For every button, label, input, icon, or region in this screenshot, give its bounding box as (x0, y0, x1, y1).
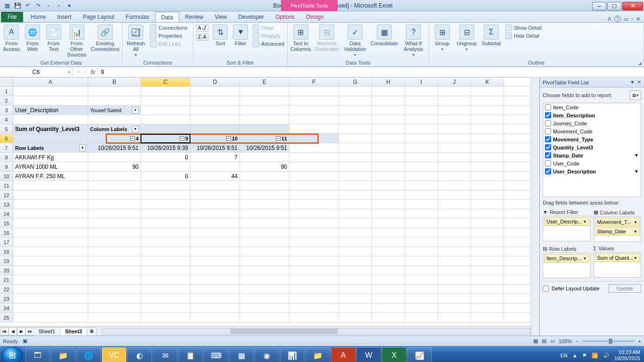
cell[interactable] (289, 294, 339, 303)
close-pane-icon[interactable]: ✕ (637, 79, 641, 85)
cell[interactable] (141, 313, 190, 322)
cell[interactable] (405, 294, 438, 303)
pivot-value[interactable]: 0 (141, 172, 190, 181)
field-checkbox[interactable] (545, 168, 551, 174)
cell[interactable] (190, 190, 240, 199)
cell[interactable] (190, 200, 240, 209)
view-normal-icon[interactable]: ▦ (533, 338, 538, 344)
macro-record-icon[interactable]: ▣ (23, 338, 27, 344)
cell[interactable] (471, 96, 504, 105)
taskbar-item[interactable]: 🗔 (25, 347, 50, 362)
pivot-col-date[interactable]: 10/26/2015 9:51 (88, 143, 141, 152)
start-button[interactable]: ⊞ (2, 347, 23, 362)
from-text-button[interactable]: 📄From Text (45, 25, 62, 52)
view-page-layout-icon[interactable]: ▤ (542, 338, 546, 344)
field-filter-icon[interactable]: ▼ (634, 153, 639, 158)
field-item[interactable]: Quantity_Level3 (543, 143, 641, 151)
taskbar-item[interactable]: 📋 (178, 347, 203, 362)
cell[interactable] (240, 285, 289, 294)
cell[interactable] (13, 256, 88, 265)
first-sheet-button[interactable]: ⏮ (0, 327, 8, 336)
cell[interactable] (240, 181, 289, 190)
cell[interactable] (405, 247, 438, 256)
cell[interactable] (13, 87, 88, 96)
minimize-ribbon-icon[interactable]: ᐱ (608, 16, 611, 22)
pivot-col-date[interactable]: 10/26/2015 9:51 (240, 143, 289, 152)
cell[interactable] (372, 285, 405, 294)
taskbar-item[interactable]: 📁 (305, 347, 330, 362)
cell[interactable] (240, 294, 289, 303)
cell[interactable] (339, 106, 372, 115)
cell[interactable] (438, 209, 471, 218)
cell[interactable] (339, 87, 372, 96)
cell[interactable] (88, 219, 141, 228)
zoom-level[interactable]: 100% (559, 338, 572, 344)
filter-button[interactable]: ▼Filter (232, 25, 249, 46)
cell[interactable] (438, 266, 471, 275)
cell[interactable] (289, 87, 339, 96)
remove-duplicates-button[interactable]: ⊟Remove Duplicates (314, 25, 339, 52)
pivot-value[interactable] (88, 172, 141, 181)
cell[interactable] (289, 228, 339, 237)
taskbar-item[interactable]: ▦ (229, 347, 254, 362)
zoom-thumb[interactable] (609, 338, 612, 344)
row-header[interactable]: 17 (0, 238, 13, 247)
select-all-corner[interactable] (0, 78, 13, 86)
cell[interactable] (88, 96, 141, 105)
pivot-col-group[interactable]: −11 (240, 134, 289, 143)
connections-link[interactable]: Connections (150, 25, 187, 31)
area-field-item[interactable]: Movement_T...▼ (595, 218, 640, 226)
cell[interactable] (405, 153, 438, 162)
pivot-value[interactable] (88, 153, 141, 162)
update-button[interactable]: Update (609, 284, 641, 293)
cell[interactable] (372, 96, 405, 105)
tab-view[interactable]: View (209, 12, 233, 22)
cell[interactable] (471, 285, 504, 294)
qat-dropdown-icon[interactable]: ▾ (65, 1, 74, 10)
cell[interactable] (339, 190, 372, 199)
cell[interactable] (372, 200, 405, 209)
col-header[interactable]: G (339, 78, 372, 86)
row-header[interactable]: 10 (0, 172, 13, 181)
row-header[interactable]: 21 (0, 275, 13, 284)
col-header[interactable]: D (190, 78, 240, 86)
field-checkbox[interactable] (545, 160, 551, 166)
cell[interactable] (190, 115, 240, 124)
cell[interactable] (339, 219, 372, 228)
field-checkbox[interactable] (545, 112, 551, 118)
zoom-out-button[interactable]: − (576, 338, 578, 344)
col-header[interactable]: A (13, 78, 88, 86)
cell[interactable] (438, 87, 471, 96)
pivot-col-date[interactable]: 10/26/2015 9:51 (190, 143, 240, 152)
cell[interactable] (438, 275, 471, 284)
cell[interactable] (141, 304, 190, 313)
area-dropzone[interactable]: Sum of Quant...▼ (594, 252, 642, 278)
cell[interactable] (88, 294, 141, 303)
row-header[interactable]: 19 (0, 256, 13, 265)
cell[interactable] (372, 294, 405, 303)
row-header[interactable]: 14 (0, 209, 13, 218)
minimize-button[interactable]: ─ (592, 2, 606, 10)
cell[interactable] (471, 143, 504, 152)
cell[interactable] (141, 124, 190, 133)
cell[interactable] (339, 304, 372, 313)
cell[interactable] (190, 256, 240, 265)
cell[interactable] (289, 106, 339, 115)
cell[interactable] (141, 96, 190, 105)
cell[interactable] (240, 313, 289, 322)
pivot-value[interactable] (240, 153, 289, 162)
taskbar-item[interactable]: VC (102, 347, 126, 362)
cell[interactable] (339, 247, 372, 256)
cell[interactable] (190, 285, 240, 294)
cell[interactable] (289, 219, 339, 228)
cell[interactable] (240, 238, 289, 247)
tray-volume-icon[interactable]: 🔊 (603, 353, 610, 359)
row-header[interactable]: 11 (0, 181, 13, 190)
cell[interactable] (289, 190, 339, 199)
cell[interactable] (438, 106, 471, 115)
cell[interactable] (289, 304, 339, 313)
pivot-row-label[interactable]: AYRAN F.F. 250 ML (13, 172, 88, 181)
cell[interactable] (372, 106, 405, 115)
maximize-button[interactable]: ▢ (607, 2, 621, 10)
cell[interactable] (471, 87, 504, 96)
